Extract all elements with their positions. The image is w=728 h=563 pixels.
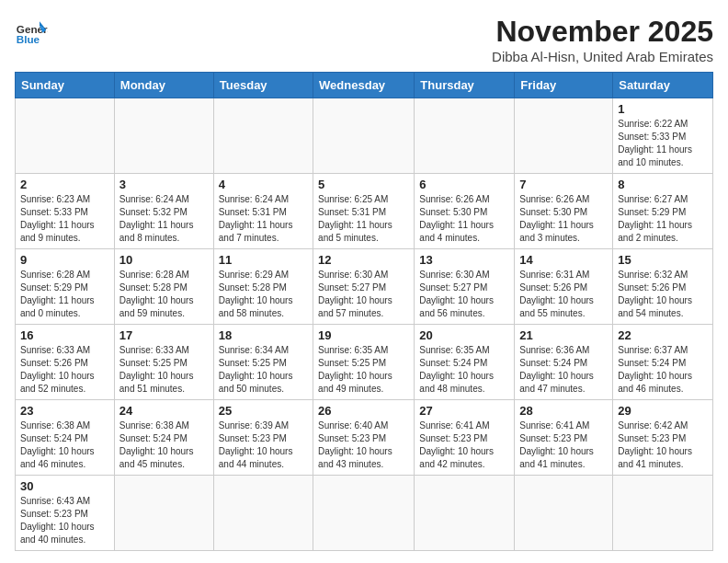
day-cell: [114, 98, 213, 174]
week-row-5: 23Sunrise: 6:38 AM Sunset: 5:24 PM Dayli…: [16, 400, 713, 476]
day-cell: 30Sunrise: 6:43 AM Sunset: 5:23 PM Dayli…: [16, 476, 115, 551]
day-info: Sunrise: 6:40 AM Sunset: 5:23 PM Dayligh…: [318, 419, 409, 471]
day-info: Sunrise: 6:32 AM Sunset: 5:26 PM Dayligh…: [618, 269, 708, 320]
day-info: Sunrise: 6:26 AM Sunset: 5:30 PM Dayligh…: [419, 193, 509, 245]
day-cell: 16Sunrise: 6:33 AM Sunset: 5:26 PM Dayli…: [16, 325, 115, 400]
day-cell: [415, 98, 515, 174]
day-cell: 5Sunrise: 6:25 AM Sunset: 5:31 PM Daylig…: [313, 174, 415, 249]
day-info: Sunrise: 6:41 AM Sunset: 5:23 PM Dayligh…: [519, 419, 608, 471]
day-number: 22: [618, 328, 708, 342]
day-cell: [114, 476, 213, 551]
day-number: 20: [419, 328, 509, 342]
day-cell: [313, 98, 415, 174]
day-cell: 11Sunrise: 6:29 AM Sunset: 5:28 PM Dayli…: [213, 249, 313, 325]
day-info: Sunrise: 6:29 AM Sunset: 5:28 PM Dayligh…: [219, 269, 308, 320]
day-cell: 19Sunrise: 6:35 AM Sunset: 5:25 PM Dayli…: [313, 325, 415, 400]
day-cell: 21Sunrise: 6:36 AM Sunset: 5:24 PM Dayli…: [515, 325, 613, 400]
day-cell: [213, 98, 313, 174]
day-number: 5: [318, 178, 409, 191]
day-number: 8: [618, 178, 708, 191]
day-number: 6: [419, 178, 509, 191]
day-cell: [213, 476, 313, 551]
day-cell: 15Sunrise: 6:32 AM Sunset: 5:26 PM Dayli…: [613, 249, 713, 325]
weekday-header-wednesday: Wednesday: [313, 73, 415, 98]
day-info: Sunrise: 6:22 AM Sunset: 5:33 PM Dayligh…: [618, 118, 708, 169]
day-cell: 4Sunrise: 6:24 AM Sunset: 5:31 PM Daylig…: [213, 174, 313, 249]
day-number: 30: [20, 479, 109, 493]
day-cell: 3Sunrise: 6:24 AM Sunset: 5:32 PM Daylig…: [114, 174, 213, 249]
day-info: Sunrise: 6:33 AM Sunset: 5:26 PM Dayligh…: [20, 344, 109, 396]
day-info: Sunrise: 6:24 AM Sunset: 5:31 PM Dayligh…: [219, 193, 308, 245]
title-block: November 2025 Dibba Al-Hisn, United Arab…: [492, 15, 713, 64]
weekday-header-sunday: Sunday: [16, 73, 115, 98]
day-info: Sunrise: 6:35 AM Sunset: 5:24 PM Dayligh…: [419, 344, 509, 396]
day-number: 13: [419, 253, 509, 267]
logo: General Blue: [15, 15, 48, 48]
day-cell: 1Sunrise: 6:22 AM Sunset: 5:33 PM Daylig…: [613, 98, 713, 174]
location: Dibba Al-Hisn, United Arab Emirates: [492, 49, 713, 64]
day-cell: 25Sunrise: 6:39 AM Sunset: 5:23 PM Dayli…: [213, 400, 313, 476]
day-info: Sunrise: 6:36 AM Sunset: 5:24 PM Dayligh…: [519, 344, 608, 396]
day-cell: 7Sunrise: 6:26 AM Sunset: 5:30 PM Daylig…: [515, 174, 613, 249]
day-number: 24: [119, 404, 209, 418]
day-cell: [16, 98, 115, 174]
day-cell: [515, 476, 613, 551]
day-number: 12: [318, 253, 409, 267]
day-cell: [313, 476, 415, 551]
day-number: 16: [20, 328, 109, 342]
day-info: Sunrise: 6:38 AM Sunset: 5:24 PM Dayligh…: [20, 419, 109, 471]
day-cell: 17Sunrise: 6:33 AM Sunset: 5:25 PM Dayli…: [114, 325, 213, 400]
day-number: 26: [318, 404, 409, 418]
weekday-header-tuesday: Tuesday: [213, 73, 313, 98]
weekday-header-row: SundayMondayTuesdayWednesdayThursdayFrid…: [16, 73, 713, 98]
week-row-3: 9Sunrise: 6:28 AM Sunset: 5:29 PM Daylig…: [16, 249, 713, 325]
day-cell: 9Sunrise: 6:28 AM Sunset: 5:29 PM Daylig…: [16, 249, 115, 325]
day-info: Sunrise: 6:33 AM Sunset: 5:25 PM Dayligh…: [119, 344, 209, 396]
day-cell: 29Sunrise: 6:42 AM Sunset: 5:23 PM Dayli…: [613, 400, 713, 476]
day-number: 4: [219, 178, 308, 191]
day-number: 10: [119, 253, 209, 267]
day-info: Sunrise: 6:30 AM Sunset: 5:27 PM Dayligh…: [419, 269, 509, 320]
day-info: Sunrise: 6:37 AM Sunset: 5:24 PM Dayligh…: [618, 344, 708, 396]
weekday-header-friday: Friday: [515, 73, 613, 98]
day-number: 25: [219, 404, 308, 418]
day-number: 11: [219, 253, 308, 267]
day-info: Sunrise: 6:28 AM Sunset: 5:28 PM Dayligh…: [119, 269, 209, 320]
day-cell: [415, 476, 515, 551]
calendar: SundayMondayTuesdayWednesdayThursdayFrid…: [15, 72, 713, 551]
day-number: 23: [20, 404, 109, 418]
day-cell: 18Sunrise: 6:34 AM Sunset: 5:25 PM Dayli…: [213, 325, 313, 400]
day-info: Sunrise: 6:42 AM Sunset: 5:23 PM Dayligh…: [618, 419, 708, 471]
week-row-1: 1Sunrise: 6:22 AM Sunset: 5:33 PM Daylig…: [16, 98, 713, 174]
day-number: 19: [318, 328, 409, 342]
day-number: 28: [519, 404, 608, 418]
day-number: 3: [119, 178, 209, 191]
day-info: Sunrise: 6:28 AM Sunset: 5:29 PM Dayligh…: [20, 269, 109, 320]
day-info: Sunrise: 6:27 AM Sunset: 5:29 PM Dayligh…: [618, 193, 708, 245]
day-number: 2: [20, 178, 109, 191]
day-info: Sunrise: 6:30 AM Sunset: 5:27 PM Dayligh…: [318, 269, 409, 320]
day-number: 7: [519, 178, 608, 191]
day-cell: 2Sunrise: 6:23 AM Sunset: 5:33 PM Daylig…: [16, 174, 115, 249]
day-number: 14: [519, 253, 608, 267]
day-number: 9: [20, 253, 109, 267]
day-cell: [515, 98, 613, 174]
weekday-header-monday: Monday: [114, 73, 213, 98]
week-row-6: 30Sunrise: 6:43 AM Sunset: 5:23 PM Dayli…: [16, 476, 713, 551]
day-number: 1: [618, 102, 708, 116]
day-info: Sunrise: 6:35 AM Sunset: 5:25 PM Dayligh…: [318, 344, 409, 396]
day-number: 15: [618, 253, 708, 267]
day-info: Sunrise: 6:39 AM Sunset: 5:23 PM Dayligh…: [219, 419, 308, 471]
day-cell: 27Sunrise: 6:41 AM Sunset: 5:23 PM Dayli…: [415, 400, 515, 476]
day-cell: 22Sunrise: 6:37 AM Sunset: 5:24 PM Dayli…: [613, 325, 713, 400]
day-cell: 24Sunrise: 6:38 AM Sunset: 5:24 PM Dayli…: [114, 400, 213, 476]
weekday-header-thursday: Thursday: [415, 73, 515, 98]
day-cell: 28Sunrise: 6:41 AM Sunset: 5:23 PM Dayli…: [515, 400, 613, 476]
day-cell: 26Sunrise: 6:40 AM Sunset: 5:23 PM Dayli…: [313, 400, 415, 476]
day-info: Sunrise: 6:25 AM Sunset: 5:31 PM Dayligh…: [318, 193, 409, 245]
day-info: Sunrise: 6:31 AM Sunset: 5:26 PM Dayligh…: [519, 269, 608, 320]
header: General Blue November 2025 Dibba Al-Hisn…: [15, 15, 713, 64]
day-cell: 8Sunrise: 6:27 AM Sunset: 5:29 PM Daylig…: [613, 174, 713, 249]
day-cell: 23Sunrise: 6:38 AM Sunset: 5:24 PM Dayli…: [16, 400, 115, 476]
day-info: Sunrise: 6:34 AM Sunset: 5:25 PM Dayligh…: [219, 344, 308, 396]
